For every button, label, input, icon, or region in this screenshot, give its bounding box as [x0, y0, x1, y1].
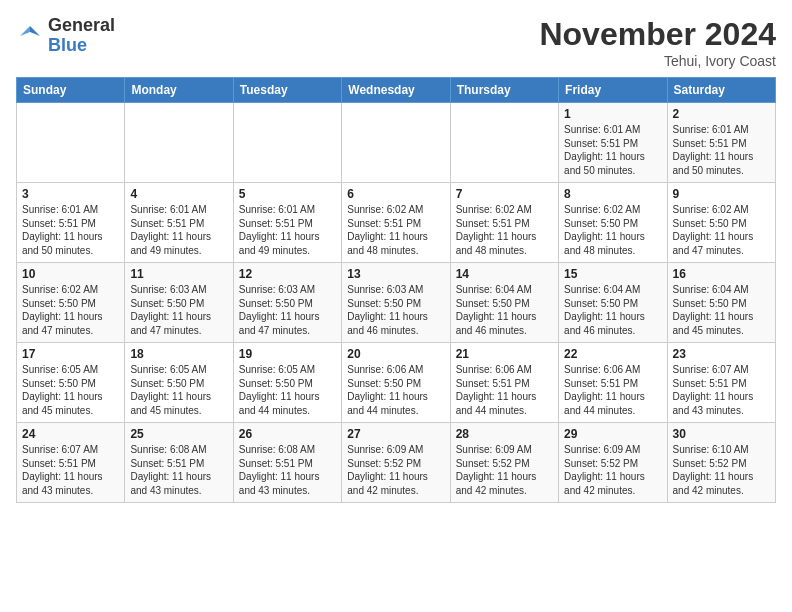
day-number: 5 [239, 187, 336, 201]
calendar-day-cell: 13Sunrise: 6:03 AM Sunset: 5:50 PM Dayli… [342, 263, 450, 343]
day-info: Sunrise: 6:08 AM Sunset: 5:51 PM Dayligh… [130, 443, 227, 497]
day-number: 30 [673, 427, 770, 441]
logo-text: General Blue [48, 16, 115, 56]
calendar-day-cell: 18Sunrise: 6:05 AM Sunset: 5:50 PM Dayli… [125, 343, 233, 423]
day-number: 9 [673, 187, 770, 201]
calendar-day-cell [233, 103, 341, 183]
day-number: 29 [564, 427, 661, 441]
day-info: Sunrise: 6:03 AM Sunset: 5:50 PM Dayligh… [347, 283, 444, 337]
weekday-header: Friday [559, 78, 667, 103]
calendar-day-cell: 16Sunrise: 6:04 AM Sunset: 5:50 PM Dayli… [667, 263, 775, 343]
day-info: Sunrise: 6:03 AM Sunset: 5:50 PM Dayligh… [239, 283, 336, 337]
calendar-day-cell: 10Sunrise: 6:02 AM Sunset: 5:50 PM Dayli… [17, 263, 125, 343]
calendar-day-cell: 28Sunrise: 6:09 AM Sunset: 5:52 PM Dayli… [450, 423, 558, 503]
calendar-day-cell: 29Sunrise: 6:09 AM Sunset: 5:52 PM Dayli… [559, 423, 667, 503]
weekday-header: Saturday [667, 78, 775, 103]
calendar-day-cell: 3Sunrise: 6:01 AM Sunset: 5:51 PM Daylig… [17, 183, 125, 263]
calendar-day-cell: 19Sunrise: 6:05 AM Sunset: 5:50 PM Dayli… [233, 343, 341, 423]
day-number: 25 [130, 427, 227, 441]
calendar-day-cell: 5Sunrise: 6:01 AM Sunset: 5:51 PM Daylig… [233, 183, 341, 263]
calendar-day-cell: 14Sunrise: 6:04 AM Sunset: 5:50 PM Dayli… [450, 263, 558, 343]
day-number: 7 [456, 187, 553, 201]
day-info: Sunrise: 6:09 AM Sunset: 5:52 PM Dayligh… [564, 443, 661, 497]
logo-blue: Blue [48, 36, 115, 56]
day-number: 18 [130, 347, 227, 361]
calendar-day-cell: 21Sunrise: 6:06 AM Sunset: 5:51 PM Dayli… [450, 343, 558, 423]
day-number: 17 [22, 347, 119, 361]
day-number: 20 [347, 347, 444, 361]
day-info: Sunrise: 6:01 AM Sunset: 5:51 PM Dayligh… [564, 123, 661, 177]
day-info: Sunrise: 6:09 AM Sunset: 5:52 PM Dayligh… [347, 443, 444, 497]
title-block: November 2024 Tehui, Ivory Coast [539, 16, 776, 69]
day-number: 19 [239, 347, 336, 361]
calendar-day-cell: 17Sunrise: 6:05 AM Sunset: 5:50 PM Dayli… [17, 343, 125, 423]
calendar-day-cell: 12Sunrise: 6:03 AM Sunset: 5:50 PM Dayli… [233, 263, 341, 343]
weekday-header: Sunday [17, 78, 125, 103]
day-number: 8 [564, 187, 661, 201]
day-number: 22 [564, 347, 661, 361]
day-number: 21 [456, 347, 553, 361]
calendar-day-cell [125, 103, 233, 183]
day-number: 11 [130, 267, 227, 281]
page-header: General Blue November 2024 Tehui, Ivory … [16, 16, 776, 69]
weekday-header: Tuesday [233, 78, 341, 103]
svg-marker-1 [20, 26, 30, 36]
day-info: Sunrise: 6:07 AM Sunset: 5:51 PM Dayligh… [673, 363, 770, 417]
day-number: 26 [239, 427, 336, 441]
calendar-day-cell: 20Sunrise: 6:06 AM Sunset: 5:50 PM Dayli… [342, 343, 450, 423]
day-number: 27 [347, 427, 444, 441]
day-info: Sunrise: 6:02 AM Sunset: 5:50 PM Dayligh… [564, 203, 661, 257]
day-info: Sunrise: 6:02 AM Sunset: 5:51 PM Dayligh… [456, 203, 553, 257]
calendar-week-row: 10Sunrise: 6:02 AM Sunset: 5:50 PM Dayli… [17, 263, 776, 343]
day-info: Sunrise: 6:09 AM Sunset: 5:52 PM Dayligh… [456, 443, 553, 497]
calendar-week-row: 1Sunrise: 6:01 AM Sunset: 5:51 PM Daylig… [17, 103, 776, 183]
day-info: Sunrise: 6:08 AM Sunset: 5:51 PM Dayligh… [239, 443, 336, 497]
calendar-day-cell: 23Sunrise: 6:07 AM Sunset: 5:51 PM Dayli… [667, 343, 775, 423]
svg-marker-0 [30, 26, 40, 36]
day-info: Sunrise: 6:02 AM Sunset: 5:50 PM Dayligh… [673, 203, 770, 257]
day-info: Sunrise: 6:01 AM Sunset: 5:51 PM Dayligh… [22, 203, 119, 257]
day-number: 24 [22, 427, 119, 441]
day-number: 3 [22, 187, 119, 201]
calendar-day-cell [450, 103, 558, 183]
day-info: Sunrise: 6:04 AM Sunset: 5:50 PM Dayligh… [456, 283, 553, 337]
day-info: Sunrise: 6:05 AM Sunset: 5:50 PM Dayligh… [239, 363, 336, 417]
weekday-header: Thursday [450, 78, 558, 103]
day-info: Sunrise: 6:01 AM Sunset: 5:51 PM Dayligh… [673, 123, 770, 177]
day-info: Sunrise: 6:05 AM Sunset: 5:50 PM Dayligh… [130, 363, 227, 417]
calendar-table: SundayMondayTuesdayWednesdayThursdayFrid… [16, 77, 776, 503]
calendar-day-cell: 1Sunrise: 6:01 AM Sunset: 5:51 PM Daylig… [559, 103, 667, 183]
weekday-header: Monday [125, 78, 233, 103]
day-info: Sunrise: 6:05 AM Sunset: 5:50 PM Dayligh… [22, 363, 119, 417]
day-info: Sunrise: 6:01 AM Sunset: 5:51 PM Dayligh… [239, 203, 336, 257]
location: Tehui, Ivory Coast [539, 53, 776, 69]
day-info: Sunrise: 6:04 AM Sunset: 5:50 PM Dayligh… [673, 283, 770, 337]
calendar-week-row: 17Sunrise: 6:05 AM Sunset: 5:50 PM Dayli… [17, 343, 776, 423]
calendar-day-cell: 7Sunrise: 6:02 AM Sunset: 5:51 PM Daylig… [450, 183, 558, 263]
calendar-day-cell: 15Sunrise: 6:04 AM Sunset: 5:50 PM Dayli… [559, 263, 667, 343]
day-info: Sunrise: 6:02 AM Sunset: 5:50 PM Dayligh… [22, 283, 119, 337]
day-number: 13 [347, 267, 444, 281]
calendar-week-row: 3Sunrise: 6:01 AM Sunset: 5:51 PM Daylig… [17, 183, 776, 263]
calendar-header-row: SundayMondayTuesdayWednesdayThursdayFrid… [17, 78, 776, 103]
day-info: Sunrise: 6:02 AM Sunset: 5:51 PM Dayligh… [347, 203, 444, 257]
day-info: Sunrise: 6:01 AM Sunset: 5:51 PM Dayligh… [130, 203, 227, 257]
day-number: 12 [239, 267, 336, 281]
day-number: 2 [673, 107, 770, 121]
calendar-day-cell: 2Sunrise: 6:01 AM Sunset: 5:51 PM Daylig… [667, 103, 775, 183]
day-number: 10 [22, 267, 119, 281]
day-info: Sunrise: 6:06 AM Sunset: 5:51 PM Dayligh… [456, 363, 553, 417]
day-number: 4 [130, 187, 227, 201]
calendar-day-cell: 25Sunrise: 6:08 AM Sunset: 5:51 PM Dayli… [125, 423, 233, 503]
calendar-day-cell: 22Sunrise: 6:06 AM Sunset: 5:51 PM Dayli… [559, 343, 667, 423]
day-number: 15 [564, 267, 661, 281]
day-info: Sunrise: 6:03 AM Sunset: 5:50 PM Dayligh… [130, 283, 227, 337]
day-info: Sunrise: 6:10 AM Sunset: 5:52 PM Dayligh… [673, 443, 770, 497]
day-number: 16 [673, 267, 770, 281]
calendar-day-cell: 4Sunrise: 6:01 AM Sunset: 5:51 PM Daylig… [125, 183, 233, 263]
day-info: Sunrise: 6:06 AM Sunset: 5:50 PM Dayligh… [347, 363, 444, 417]
day-number: 23 [673, 347, 770, 361]
day-number: 1 [564, 107, 661, 121]
month-title: November 2024 [539, 16, 776, 53]
day-number: 6 [347, 187, 444, 201]
